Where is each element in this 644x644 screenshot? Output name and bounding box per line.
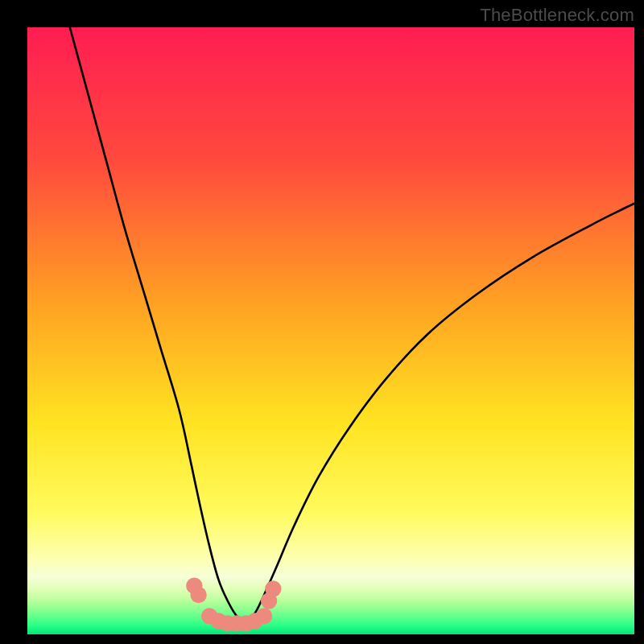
salmon-dot — [265, 580, 281, 597]
curve-layer — [27, 27, 634, 634]
left-curve — [70, 27, 246, 622]
salmon-dot — [190, 587, 206, 603]
salmon-dots — [186, 578, 281, 632]
right-curve — [246, 204, 634, 622]
chart-frame: TheBottleneck.com — [0, 0, 644, 644]
salmon-dot — [256, 608, 272, 624]
plot-area — [27, 27, 634, 634]
watermark-text: TheBottleneck.com — [480, 5, 634, 26]
